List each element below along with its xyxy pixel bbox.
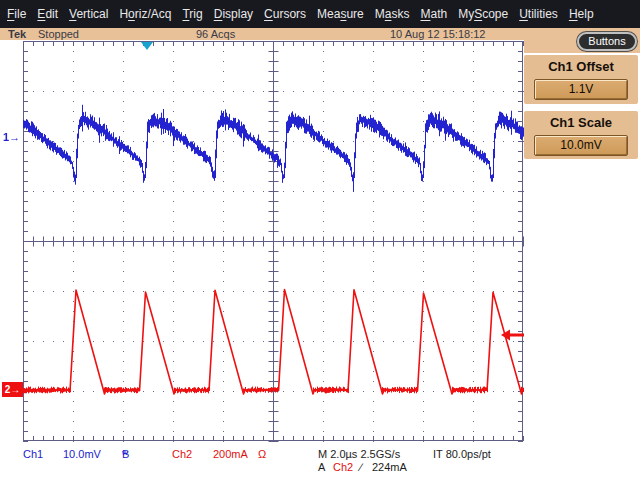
- buttons-button[interactable]: Buttons: [577, 32, 637, 51]
- trigger-level-arrow-icon[interactable]: [500, 328, 525, 342]
- menu-item-utilities[interactable]: Utilities: [519, 7, 558, 21]
- ch1-readout-label: Ch1: [23, 448, 43, 460]
- menu-item-math[interactable]: Math: [420, 7, 447, 21]
- trigger-level-readout: 224mA: [372, 461, 407, 473]
- menu-item-cursors[interactable]: Cursors: [264, 7, 306, 21]
- menu-item-horiz-acq[interactable]: Horiz/Acq: [119, 7, 171, 21]
- ch1-scale-title: Ch1 Scale: [524, 115, 638, 130]
- ch2-ground-marker[interactable]: 2→: [2, 382, 23, 397]
- trigger-slope-icon: ∕: [360, 461, 362, 473]
- ch1-scale-value[interactable]: 10.0mV: [534, 135, 628, 156]
- menu-item-measure[interactable]: Measure: [317, 7, 364, 21]
- menu-item-display[interactable]: Display: [214, 7, 253, 21]
- trigger-position-marker[interactable]: [141, 42, 153, 50]
- readout-bar: Ch1 10.0mV Bw Ch2 200mA Ω M 2.0µs 2.5GS/…: [0, 446, 640, 480]
- menu-item-trig[interactable]: Trig: [182, 7, 202, 21]
- timebase-readout: M 2.0µs 2.5GS/s: [318, 448, 400, 460]
- menu-item-file[interactable]: File: [7, 7, 26, 21]
- graticule-canvas: [0, 40, 524, 446]
- trigger-source-label: Ch2: [333, 461, 353, 473]
- menu-bar: FileEditVerticalHoriz/AcqTrigDisplayCurs…: [0, 0, 640, 28]
- ch1-scale-panel: Ch1 Scale 10.0mV: [524, 111, 638, 159]
- menu-item-help[interactable]: Help: [569, 7, 594, 21]
- menu-item-myscope[interactable]: MyScope: [458, 7, 508, 21]
- ch1-ground-marker[interactable]: 1→: [3, 131, 20, 143]
- menu-item-masks[interactable]: Masks: [375, 7, 410, 21]
- oscilloscope-screen: FileEditVerticalHoriz/AcqTrigDisplayCurs…: [0, 0, 640, 480]
- ch2-readout-label: Ch2: [172, 448, 192, 460]
- ch2-coupling-ohm: Ω: [258, 448, 266, 460]
- menu-item-edit[interactable]: Edit: [37, 7, 58, 21]
- resolution-readout: IT 80.0ps/pt: [433, 448, 491, 460]
- ch1-readout-scale: 10.0mV: [63, 448, 101, 460]
- menu-item-vertical[interactable]: Vertical: [69, 7, 108, 21]
- ch1-offset-panel: Ch1 Offset 1.1V: [524, 55, 638, 104]
- ch1-offset-title: Ch1 Offset: [524, 59, 638, 74]
- ch2-readout-scale: 200mA: [213, 448, 248, 460]
- waveform-display: 1→ 2→: [0, 40, 524, 446]
- ch1-offset-value[interactable]: 1.1V: [534, 79, 628, 100]
- trigger-mode-label: A: [318, 461, 325, 473]
